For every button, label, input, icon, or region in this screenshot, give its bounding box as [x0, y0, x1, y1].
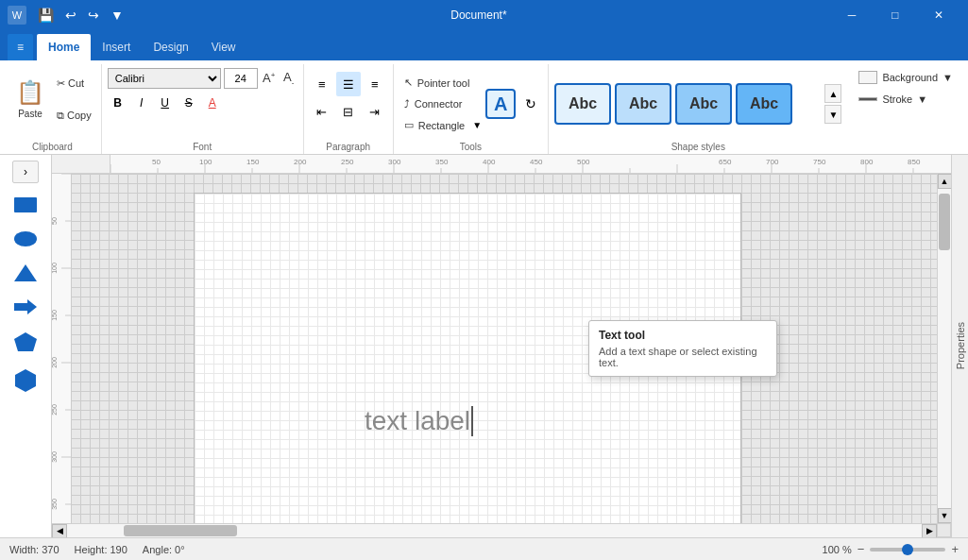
redo-button[interactable]: ↪ — [84, 6, 103, 25]
shape-triangle[interactable] — [9, 260, 42, 289]
svg-text:300: 300 — [52, 451, 58, 463]
refresh-tool-button[interactable]: ↻ — [519, 93, 542, 115]
hscroll-right-button[interactable]: ▶ — [922, 524, 937, 538]
vertical-scrollbar[interactable]: ▲ ▼ — [937, 174, 951, 523]
canvas-outer: 50 100 150 200 250 300 350 400 450 500 6… — [52, 155, 951, 537]
strikethrough-button[interactable]: S — [178, 93, 199, 113]
close-button[interactable]: ✕ — [917, 0, 960, 30]
clipboard-content: 📋 Paste ✂ Cut ⧉ Copy — [9, 64, 95, 140]
svg-text:250: 250 — [52, 404, 58, 416]
indent-more-button[interactable]: ⇥ — [363, 99, 387, 124]
shape-scroll-more[interactable]: ▼ — [824, 105, 841, 124]
ribbon-group-paragraph: ≡ ☰ ≡ ⇤ ⊟ ⇥ Paragraph — [304, 64, 394, 154]
shape-style-3[interactable]: Abc — [675, 83, 732, 125]
paste-button[interactable]: 📋 Paste — [9, 68, 51, 130]
font-color-button[interactable]: A — [202, 93, 223, 113]
vscroll-down-button[interactable]: ▼ — [938, 508, 952, 523]
bold-button[interactable]: B — [108, 93, 128, 113]
font-size-increase[interactable]: A+ — [261, 70, 278, 87]
svg-text:750: 750 — [813, 158, 826, 166]
ribbon-group-font: Calibri A+ A- B I U S A Font — [102, 64, 304, 154]
vscroll-up-button[interactable]: ▲ — [938, 174, 952, 189]
tab-home[interactable]: Home — [37, 34, 91, 60]
font-label: Font — [193, 140, 212, 154]
shape-styles-label: Shape styles — [554, 140, 841, 154]
clipboard-label: Clipboard — [32, 140, 73, 154]
horizontal-scrollbar[interactable]: ◀ ▶ — [52, 523, 937, 537]
shape-rect[interactable] — [9, 192, 42, 221]
hscroll-track[interactable] — [67, 524, 922, 537]
shape-scroll-up[interactable]: ▲ — [824, 84, 841, 103]
tab-view[interactable]: View — [200, 34, 247, 60]
status-info: Width: 370 Height: 190 Angle: 0° — [9, 544, 185, 555]
zoom-out-button[interactable]: − — [858, 542, 865, 556]
zoom-thumb[interactable] — [902, 544, 913, 555]
status-width: Width: 370 — [9, 544, 59, 555]
rect-icon — [12, 195, 39, 215]
canvas-area[interactable]: text label Text tool Add a text shape or… — [71, 174, 937, 523]
arrow-icon — [12, 297, 39, 317]
hscroll-thumb[interactable] — [124, 525, 237, 536]
align-left-button[interactable]: ≡ — [310, 72, 334, 96]
font-family-select[interactable]: Calibri — [108, 68, 221, 89]
copy-button[interactable]: ⧉ Copy — [53, 108, 95, 124]
text-label[interactable]: text label — [365, 406, 473, 436]
svg-text:700: 700 — [766, 158, 779, 166]
text-tool-button[interactable]: A — [485, 89, 516, 119]
vscroll-track[interactable] — [938, 189, 951, 508]
indent-less-button[interactable]: ⇤ — [310, 99, 334, 124]
pointer-tool-button[interactable]: ↖ Pointer tool — [399, 74, 482, 92]
more-button[interactable]: ▼ — [107, 6, 127, 25]
shape-style-1[interactable]: Abc — [554, 83, 611, 125]
stroke-button[interactable]: Stroke ▼ — [853, 91, 959, 108]
svg-text:200: 200 — [294, 158, 307, 166]
background-icon — [858, 71, 877, 84]
cut-copy-stack: ✂ Cut ⧉ Copy — [53, 68, 95, 130]
shape-pentagon[interactable] — [9, 328, 42, 361]
connector-tool-button[interactable]: ⤴ Connector — [399, 95, 482, 112]
valign-center-button[interactable]: ⊟ — [336, 99, 361, 124]
align-right-button[interactable]: ≡ — [363, 72, 387, 96]
minimize-button[interactable]: ─ — [830, 0, 874, 30]
cut-button[interactable]: ✂ Cut — [53, 76, 95, 92]
properties-panel[interactable]: Properties — [951, 155, 968, 537]
tool-buttons: ↖ Pointer tool ⤴ Connector ▭ Rectangle ▼ — [399, 74, 482, 134]
rectangle-dropdown[interactable]: ▼ — [472, 120, 482, 130]
tooltip-title: Text tool — [599, 329, 767, 342]
align-center-button[interactable]: ☰ — [336, 72, 361, 96]
app-menu-button[interactable]: ≡ — [8, 34, 33, 60]
shape-style-4[interactable]: Abc — [736, 83, 792, 125]
zoom-slider[interactable] — [870, 548, 945, 552]
underline-button[interactable]: U — [155, 93, 176, 113]
shape-style-2[interactable]: Abc — [615, 83, 671, 125]
refresh-icon: ↻ — [525, 96, 536, 111]
tab-design[interactable]: Design — [142, 34, 199, 60]
save-button[interactable]: 💾 — [34, 6, 58, 25]
font-size-decrease[interactable]: A- — [280, 70, 297, 87]
vscroll-thumb[interactable] — [939, 194, 950, 250]
background-button[interactable]: Background ▼ — [853, 68, 959, 87]
window-controls: ─ □ ✕ — [830, 0, 960, 30]
tab-insert[interactable]: Insert — [91, 34, 142, 60]
sidebar-toggle[interactable]: › — [12, 161, 39, 183]
shape-arrow[interactable] — [9, 294, 42, 323]
svg-text:350: 350 — [435, 158, 449, 166]
pentagon-icon — [12, 331, 39, 355]
zoom-in-button[interactable]: + — [951, 542, 959, 556]
shape-hexagon[interactable] — [9, 365, 42, 399]
font-size-input[interactable] — [224, 68, 258, 89]
rectangle-tool-button[interactable]: ▭ Rectangle — [399, 116, 470, 134]
ruler-vertical: 50 100 150 200 250 300 350 — [52, 174, 71, 523]
stroke-icon — [858, 97, 877, 101]
italic-button[interactable]: I — [131, 93, 152, 113]
maximize-button[interactable]: □ — [874, 0, 917, 30]
svg-point-1 — [14, 231, 37, 246]
stroke-dropdown-icon: ▼ — [917, 93, 927, 105]
window-title: Document* — [450, 8, 506, 22]
properties-label[interactable]: Properties — [955, 322, 966, 369]
svg-text:150: 150 — [246, 158, 260, 166]
svg-marker-5 — [15, 369, 36, 392]
undo-button[interactable]: ↩ — [61, 6, 80, 25]
hscroll-left-button[interactable]: ◀ — [52, 524, 67, 538]
shape-ellipse[interactable] — [9, 226, 42, 255]
